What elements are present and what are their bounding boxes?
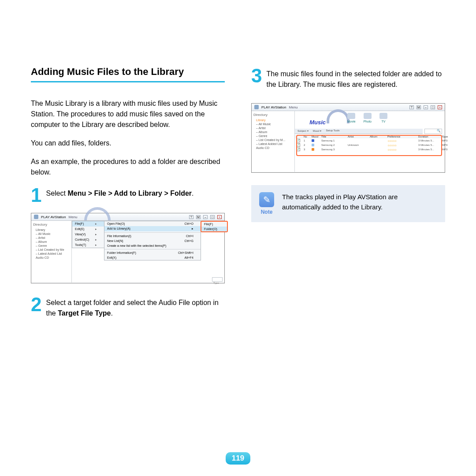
sidebar-item[interactable]: Audio CD — [33, 256, 70, 260]
menu-separator — [104, 249, 201, 249]
step-2-number: 2 — [31, 295, 41, 319]
step-1: 1 Select Menu > File > Add to Library > … — [31, 186, 225, 205]
page-number: 119 — [226, 452, 250, 465]
nav-tabs: Movie Photo TV — [347, 113, 387, 123]
pencil-icon: ✎ — [259, 192, 274, 207]
type-box: Type — [212, 277, 223, 282]
menu-separator — [104, 232, 201, 233]
sidebar-item[interactable]: – Genre — [33, 244, 70, 248]
headphones-icon — [327, 109, 350, 123]
sidebar-item[interactable]: – Latest Added List — [33, 252, 70, 256]
step-1-text: Select Menu > File > Add to Library > Fo… — [46, 186, 193, 205]
window-minimize-icon[interactable]: – — [203, 215, 208, 219]
menu-item-file-info[interactable]: File Information(I)Ctrl+I — [104, 234, 201, 238]
app-logo-icon — [34, 215, 38, 219]
tv-icon — [379, 113, 387, 119]
intro-paragraph-3: As an example, the procedures to add a f… — [31, 156, 225, 178]
row-type: MP3 — [442, 148, 454, 151]
row-type: MP3 — [442, 139, 454, 142]
tab-movie[interactable]: Movie — [347, 113, 356, 123]
step-2-suffix: . — [111, 309, 113, 317]
tab-tv[interactable]: TV — [379, 113, 387, 123]
filter-subject[interactable]: Subject ▾ — [298, 129, 309, 133]
sidebar-item[interactable]: Library — [33, 228, 70, 232]
menu-item-create-list-selected[interactable]: Create a new list with the selected item… — [104, 243, 201, 248]
window-minimize-icon[interactable]: – — [424, 105, 428, 109]
search-box[interactable]: 🔍 — [424, 129, 442, 134]
window-close-icon[interactable]: × — [438, 105, 442, 109]
sidebar-item[interactable]: – All Music — [253, 122, 293, 126]
menu-item-view[interactable]: View(V)▸ — [72, 232, 104, 237]
music-section-label: Music — [309, 119, 326, 126]
library-highlight-box — [296, 135, 442, 156]
screenshot2-sidebar: Directory Library – All Music – Artist –… — [252, 111, 295, 172]
note-text: The tracks played in Play AVStation are … — [282, 192, 437, 212]
menu-item-exit[interactable]: Exit(X)Alt+F4 — [104, 255, 201, 260]
window-menu-icon[interactable]: M — [416, 105, 421, 109]
filter-mood[interactable]: Mood ▾ — [313, 129, 322, 133]
screenshot1-main: 🔍 File(F)▸ Edit(E)▸ View(V)▸ Control(C)▸… — [72, 221, 224, 283]
menu-level-1: File(F)▸ Edit(E)▸ View(V)▸ Control(C)▸ T… — [72, 221, 104, 248]
sidebar-item[interactable]: – Album — [253, 130, 293, 134]
page-number-wrap: 119 — [0, 452, 476, 465]
filter-setup-tools[interactable]: Setup Tools — [326, 129, 339, 133]
menu-item-folder-submenu[interactable]: Folder(O) — [201, 227, 227, 231]
step-3-number: 3 — [251, 66, 262, 90]
window-menu-icon[interactable]: M — [196, 215, 201, 219]
row-type: MP3 — [442, 144, 454, 146]
sidebar-item[interactable]: – Artist — [33, 236, 70, 240]
sidebar-item[interactable]: Library — [253, 118, 293, 122]
note-icon-block: ✎ Note — [259, 192, 274, 215]
sidebar-item[interactable]: – Artist — [253, 126, 293, 130]
headphones-icon — [84, 207, 111, 220]
screenshot2-app-title: PLAY AVStation — [261, 105, 286, 109]
two-column-layout: Adding Music Files to the Library The Mu… — [31, 66, 445, 325]
col-type[interactable]: Type — [442, 135, 454, 138]
window-close-icon[interactable]: × — [217, 215, 222, 219]
sidebar-item[interactable]: – Genre — [253, 134, 293, 138]
window-controls: ⊤ M – □ × — [189, 215, 222, 219]
step-1-suffix: . — [192, 190, 193, 197]
menu-item-add-to-library[interactable]: Add to Library(A)▸ — [104, 226, 201, 231]
menu-item-folder-info[interactable]: Folder Information(F)Ctrl+Shift+I — [104, 250, 201, 255]
menu-item-open-file[interactable]: Open File(O)Ctrl+O — [104, 221, 201, 226]
screenshot-library: PLAY AVStation Menu ⊤ M – □ × Directory … — [251, 103, 445, 173]
window-pin-icon[interactable]: ⊤ — [189, 215, 193, 219]
sidebar-item[interactable]: – Latest Added List — [253, 142, 293, 146]
screenshot2-body: Directory Library – All Music – Artist –… — [252, 111, 445, 172]
menu-item-new-list[interactable]: New List(N)Ctrl+G — [104, 238, 201, 243]
menu-item-tools[interactable]: Tools(T)▸ — [72, 242, 104, 248]
sidebar-item[interactable]: – List Created by M... — [253, 138, 293, 142]
menu-item-control[interactable]: Control(C)▸ — [72, 237, 104, 242]
intro-paragraph-2: You can add files, folders. — [31, 138, 225, 149]
window-pin-icon[interactable]: ⊤ — [409, 105, 414, 109]
sidebar-item[interactable]: – Album — [33, 240, 70, 244]
window-maximize-icon[interactable]: □ — [210, 215, 215, 219]
screenshot1-titlebar: PLAY AVStation Menu ⊤ M – □ × — [31, 213, 224, 221]
menu-item-file[interactable]: File(F)▸ — [72, 221, 104, 227]
movie-icon — [347, 113, 355, 119]
screenshot2-menu-label: Menu — [289, 105, 298, 109]
note-box: ✎ Note The tracks played in Play AVStati… — [251, 185, 445, 222]
sidebar-item[interactable]: Audio CD — [253, 146, 293, 150]
step-1-bold: Menu > File > Add to Library > Folder — [67, 190, 192, 197]
screenshot2-main: Music Movie Photo TV 🔍 Subject ▾ Mood ▾ … — [295, 111, 445, 172]
screenshot1-sidebar: Directory Library – All Music – Artist –… — [31, 221, 72, 283]
step-2-text: Select a target folder and select the Au… — [46, 295, 225, 319]
step-2-bold: Target File Type — [58, 309, 111, 317]
menu-item-edit[interactable]: Edit(E)▸ — [72, 227, 104, 232]
window-maximize-icon[interactable]: □ — [431, 105, 435, 109]
menu-item-file-submenu[interactable]: File(F) — [201, 222, 227, 227]
step-3: 3 The music files found in the selected … — [251, 66, 445, 90]
step-3-text: The music files found in the selected fo… — [266, 66, 445, 90]
sidebar-item[interactable]: – List Created by Me — [33, 248, 70, 252]
step-1-number: 1 — [31, 186, 41, 205]
tab-photo[interactable]: Photo — [364, 113, 372, 123]
screenshot1-app-title: PLAY AVStation — [41, 215, 66, 219]
sidebar-title: Directory — [253, 113, 293, 117]
photo-icon — [364, 113, 372, 119]
page: Adding Music Files to the Library The Mu… — [0, 0, 476, 476]
step-1-prefix: Select — [46, 190, 67, 197]
sidebar-item[interactable]: – All Music — [33, 232, 70, 236]
step-2: 2 Select a target folder and select the … — [31, 295, 225, 319]
